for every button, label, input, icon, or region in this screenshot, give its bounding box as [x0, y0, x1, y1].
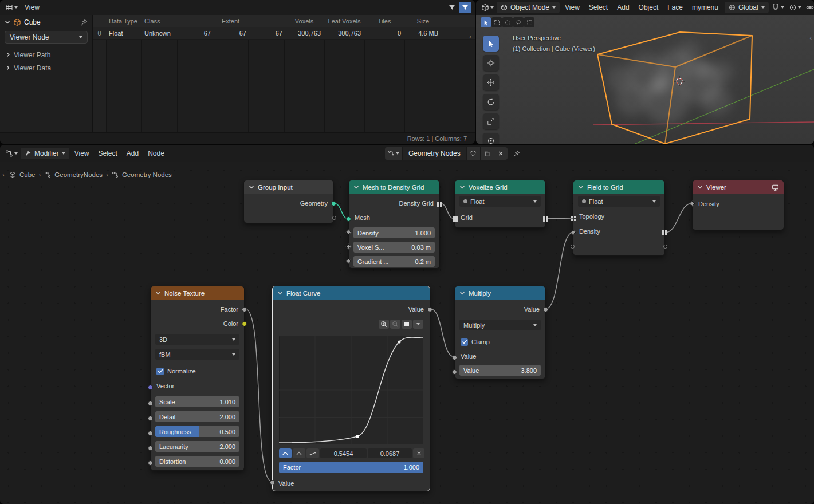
distortion-slider[interactable]: Distortion 0.000 [155, 456, 239, 467]
handle-auto-button[interactable] [279, 448, 292, 458]
tool-move[interactable] [483, 74, 499, 90]
socket-value2-input[interactable] [452, 369, 457, 375]
dimensions-select[interactable]: 3D [155, 334, 239, 345]
node-context-select[interactable]: Modifier [21, 148, 69, 159]
socket-grid-input[interactable] [453, 216, 455, 219]
menu-view[interactable]: View [21, 2, 44, 13]
filter-active-button[interactable] [459, 2, 471, 13]
tool-rotate[interactable] [483, 94, 499, 110]
node-mesh-to-density-grid[interactable]: Mesh to Density Grid Density Grid Mesh D… [348, 180, 440, 269]
socket-lacunarity-input[interactable] [148, 446, 153, 451]
node-header[interactable]: Voxelize Grid [455, 180, 545, 194]
clipping-options-button[interactable] [402, 320, 412, 329]
breadcrumb-modifier[interactable]: GeometryNodes [54, 171, 103, 178]
socket-density-output[interactable] [662, 230, 664, 233]
select-box-button[interactable] [491, 17, 502, 27]
node-field-to-grid[interactable]: Field to Grid Float Topology Density [573, 180, 665, 256]
socket-color-output[interactable] [242, 321, 247, 326]
socket-detail-input[interactable] [148, 416, 153, 421]
panel-toggle-hint[interactable]: › [2, 171, 5, 178]
scroll-left-hint[interactable]: ‹ [469, 33, 471, 40]
menu-object[interactable]: Object [635, 2, 663, 13]
viewport-canvas[interactable]: User Perspective (1) Collection | Cube (… [476, 15, 814, 144]
menu-add[interactable]: Add [123, 148, 143, 159]
collapse-chevron-icon[interactable] [697, 184, 703, 190]
detail-slider[interactable]: Detail 2.000 [155, 411, 239, 422]
select-lasso-button[interactable] [513, 17, 524, 27]
collapse-chevron-icon[interactable] [249, 184, 254, 190]
menu-view[interactable]: View [70, 148, 93, 159]
node-header[interactable]: Float Curve [273, 286, 430, 300]
transform-orientation-select[interactable]: Global [725, 2, 769, 13]
node-header[interactable]: Noise Texture [151, 286, 244, 300]
node-header[interactable]: Field to Grid [573, 180, 664, 194]
node-header[interactable]: Group Input [244, 180, 333, 194]
fake-user-button[interactable] [466, 147, 480, 160]
editor-type-button[interactable] [3, 2, 19, 13]
tree-browse-button[interactable] [385, 147, 402, 160]
factor-slider[interactable]: Factor 1.000 [279, 462, 423, 473]
menu-mymenu[interactable]: mymenu [688, 2, 722, 13]
gradient-field[interactable]: Gradient ... 0.2 m [353, 256, 435, 267]
collapse-chevron-icon[interactable] [155, 290, 161, 296]
socket-mesh-input[interactable] [346, 216, 351, 222]
tool-transform[interactable] [483, 133, 499, 144]
node-viewer[interactable]: Viewer Density [692, 180, 784, 230]
point-x-field[interactable]: 0.5454 [320, 448, 367, 458]
curve-tools-button[interactable] [413, 320, 423, 329]
socket-distortion-input[interactable] [148, 460, 153, 466]
zoom-out-button[interactable] [390, 320, 400, 329]
node-voxelize-grid[interactable]: Voxelize Grid Float Grid [454, 180, 546, 228]
collapse-chevron-icon[interactable] [277, 290, 283, 296]
section-viewer-data[interactable]: Viewer Data [0, 61, 92, 74]
tool-select-box[interactable] [483, 36, 499, 52]
editor-type-button[interactable] [479, 2, 496, 13]
value-field[interactable]: Value 3.800 [459, 365, 541, 376]
section-viewer-path[interactable]: Viewer Path [0, 48, 92, 61]
select-circle-button[interactable] [502, 17, 513, 27]
menu-select[interactable]: Select [585, 2, 612, 13]
socket-virtual-output[interactable] [332, 216, 336, 220]
mode-select[interactable]: Object Mode [497, 2, 560, 13]
delete-point-button[interactable] [413, 448, 424, 458]
editor-type-button[interactable] [3, 148, 19, 159]
data-type-select[interactable]: Float [578, 196, 660, 207]
socket-grid-output[interactable] [543, 216, 545, 219]
menu-face[interactable]: Face [663, 2, 687, 13]
socket-density-grid-output[interactable] [437, 202, 439, 204]
curve-point-selected[interactable] [356, 435, 359, 438]
node-noise-texture[interactable]: Noise Texture Factor Color 3D fBM Normal… [150, 286, 245, 471]
breadcrumb-object[interactable]: Cube [19, 171, 36, 178]
socket-topology-input[interactable] [571, 216, 573, 218]
pin-icon[interactable] [80, 19, 88, 26]
viewer-node-select[interactable]: Viewer Node [5, 31, 88, 44]
data-type-select[interactable]: Float [459, 196, 541, 207]
node-group-input[interactable]: Group Input Geometry [243, 180, 334, 223]
duplicate-button[interactable] [480, 147, 494, 160]
zoom-in-button[interactable] [379, 320, 389, 329]
proportional-edit-button[interactable] [787, 2, 803, 13]
density-field[interactable]: Density 1.000 [353, 227, 435, 238]
socket-factor-output[interactable] [242, 307, 247, 312]
select-extra-button[interactable] [524, 17, 534, 27]
collapse-chevron-icon[interactable] [578, 184, 584, 190]
curve-widget[interactable] [279, 336, 423, 444]
lacunarity-slider[interactable]: Lacunarity 2.000 [155, 441, 239, 452]
node-header[interactable]: Viewer [693, 180, 784, 194]
roughness-slider[interactable]: Roughness 0.500 [155, 426, 239, 437]
menu-view[interactable]: View [561, 2, 584, 13]
unlink-button[interactable] [494, 147, 508, 160]
collapse-chevron-icon[interactable] [459, 184, 465, 190]
noise-type-select[interactable]: fBM [155, 349, 239, 360]
clamp-checkbox[interactable] [461, 338, 468, 346]
point-y-field[interactable]: 0.0687 [368, 448, 412, 458]
tree-name-field[interactable]: Geometry Nodes [402, 147, 466, 160]
socket-value-input[interactable] [270, 480, 275, 485]
curve-point[interactable] [398, 340, 400, 343]
menu-select[interactable]: Select [94, 148, 121, 159]
tool-cursor[interactable] [483, 55, 499, 71]
menu-node[interactable]: Node [144, 148, 168, 159]
operation-select[interactable]: Multiply [459, 320, 541, 330]
socket-virtual-output[interactable] [663, 245, 667, 249]
socket-vector-input[interactable] [148, 385, 153, 390]
